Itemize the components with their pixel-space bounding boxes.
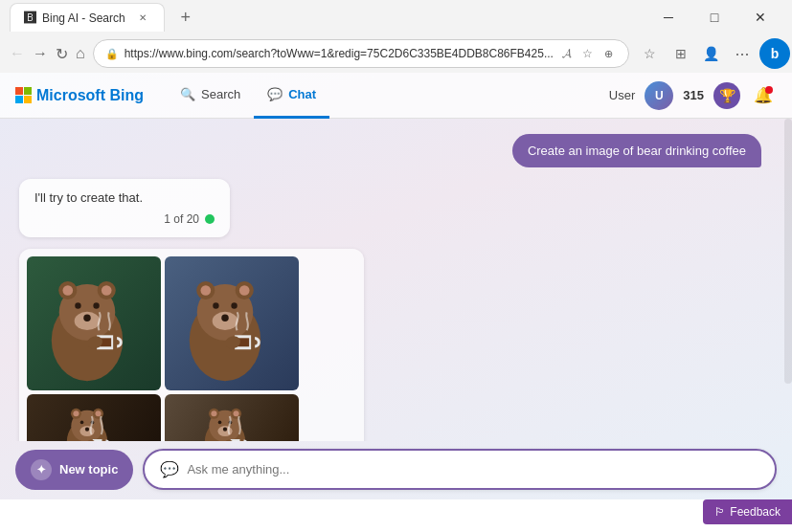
- window-controls: ─ □ ✕: [646, 3, 782, 32]
- refresh-button[interactable]: ↻: [56, 40, 68, 67]
- forward-button[interactable]: →: [33, 40, 48, 67]
- home-button[interactable]: ⌂: [76, 40, 85, 67]
- chat-input-box[interactable]: 💬: [143, 449, 777, 490]
- toolbar-right: ☆ ⊞ 👤 ··· b: [637, 38, 790, 69]
- close-button[interactable]: ✕: [738, 3, 782, 32]
- notifications-button[interactable]: 🔔: [750, 82, 777, 109]
- browser-window: 🅱 Bing AI - Search ✕ + ─ □ ✕ ← → ↻ ⌂ 🔒 h…: [0, 0, 792, 73]
- cup-icon: 🏆: [719, 88, 735, 103]
- header-right: User U 315 🏆 🔔: [609, 81, 777, 110]
- new-topic-button[interactable]: ✦ New topic: [15, 450, 133, 490]
- url-actions: 𝓐 ☆ ⊕: [559, 46, 617, 61]
- feedback-label: Feedback: [730, 505, 781, 519]
- tab-title: Bing AI - Search: [42, 11, 125, 25]
- scrollbar[interactable]: [784, 119, 792, 384]
- chat-nav-label: Chat: [288, 87, 316, 101]
- user-message: Create an image of bear drinking coffee: [512, 134, 761, 167]
- bear-image-3[interactable]: [27, 394, 161, 441]
- lock-icon: 🔒: [105, 48, 119, 60]
- chat-input-field[interactable]: [187, 462, 759, 477]
- rewards-icon[interactable]: 🏆: [713, 82, 740, 109]
- url-text: https://www.bing.com/search?toWww=1&redi…: [124, 47, 554, 60]
- feedback-button[interactable]: 🏳 Feedback: [703, 499, 792, 524]
- new-topic-label: New topic: [59, 462, 118, 477]
- back-button[interactable]: ←: [10, 40, 25, 67]
- favorites-icon[interactable]: ☆: [580, 46, 596, 61]
- user-avatar[interactable]: U: [645, 81, 673, 110]
- title-bar: 🅱 Bing AI - Search ✕ + ─ □ ✕: [0, 0, 792, 34]
- search-nav-icon: 🔍: [180, 87, 195, 101]
- settings-button[interactable]: ···: [729, 40, 756, 67]
- chat-area: Create an image of bear drinking coffee …: [0, 119, 792, 441]
- profile-button[interactable]: 👤: [698, 40, 725, 67]
- browser-tab[interactable]: 🅱 Bing AI - Search ✕: [10, 3, 165, 32]
- image-row-top: [27, 256, 356, 390]
- count-line: 1 of 20: [34, 212, 215, 226]
- chat-input-icon: 💬: [160, 460, 179, 478]
- bear-image-1[interactable]: [27, 256, 161, 390]
- bear-image-4[interactable]: [165, 394, 299, 441]
- count-text: 1 of 20: [164, 212, 199, 226]
- read-aloud-icon[interactable]: 𝓐: [559, 46, 575, 61]
- user-score: 315: [683, 88, 704, 102]
- search-nav-label: Search: [201, 87, 240, 101]
- user-label: User: [609, 88, 635, 102]
- bear-image-2[interactable]: [165, 256, 299, 390]
- address-bar: ← → ↻ ⌂ 🔒 https://www.bing.com/search?to…: [0, 34, 792, 73]
- collections-button[interactable]: ⊞: [668, 40, 694, 67]
- favorites-button[interactable]: ☆: [637, 40, 664, 67]
- chat-nav-item[interactable]: 💬 Chat: [254, 73, 329, 119]
- generated-images-grid[interactable]: [19, 249, 364, 441]
- bot-message-text: I'll try to create that.: [34, 190, 143, 205]
- minimize-button[interactable]: ─: [646, 3, 690, 32]
- bing-page: Microsoft Bing 🔍 Search 💬 Chat User U 31…: [0, 73, 792, 499]
- microsoft-bing-logo[interactable]: Microsoft Bing: [15, 87, 144, 104]
- notification-dot: [765, 86, 773, 94]
- bot-message-bubble: I'll try to create that. 1 of 20: [19, 179, 230, 237]
- new-tab-button[interactable]: +: [172, 4, 199, 31]
- search-nav-item[interactable]: 🔍 Search: [167, 73, 254, 119]
- bing-logo-button[interactable]: b: [759, 38, 790, 69]
- bing-navigation: 🔍 Search 💬 Chat: [167, 73, 329, 119]
- maximize-button[interactable]: □: [692, 3, 736, 32]
- user-message-wrapper: Create an image of bear drinking coffee: [19, 134, 773, 167]
- bing-brand-text: Microsoft Bing: [36, 87, 144, 104]
- tab-close-button[interactable]: ✕: [135, 11, 150, 26]
- chat-nav-icon: 💬: [267, 87, 283, 101]
- status-dot: [205, 214, 215, 224]
- url-bar[interactable]: 🔒 https://www.bing.com/search?toWww=1&re…: [93, 39, 629, 68]
- chat-input-bar: ✦ New topic 💬: [0, 441, 792, 499]
- extensions-icon[interactable]: ⊕: [601, 46, 617, 61]
- feedback-flag-icon: 🏳: [714, 505, 726, 519]
- microsoft-logo-icon: [15, 87, 33, 104]
- bing-header: Microsoft Bing 🔍 Search 💬 Chat User U 31…: [0, 73, 792, 119]
- new-topic-icon: ✦: [31, 459, 52, 480]
- image-row-bottom: [27, 394, 356, 441]
- user-message-text: Create an image of bear drinking coffee: [528, 144, 746, 158]
- tab-favicon: 🅱: [24, 11, 36, 25]
